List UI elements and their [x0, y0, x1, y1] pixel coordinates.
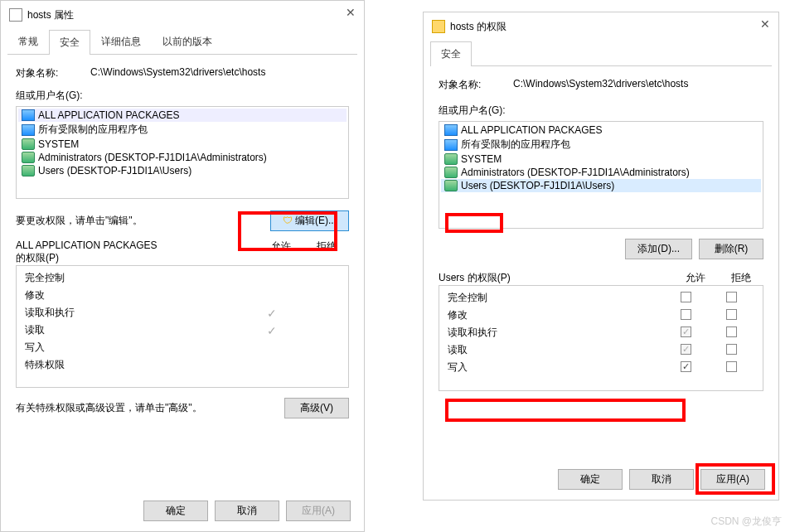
ok-button[interactable]: 确定	[558, 469, 623, 490]
shield-icon: 🛡	[283, 215, 293, 226]
deny-checkbox[interactable]	[726, 309, 737, 320]
check-icon: ✓	[249, 324, 294, 337]
group-list[interactable]: ALL APPLICATION PACKAGES 所有受限制的应用程序包 SYS…	[16, 106, 349, 199]
permission-list: 完全控制 修改 读取和执行✓ 读取✓ 写入 特殊权限	[16, 265, 349, 388]
tab-strip: 安全	[430, 41, 772, 66]
tab-details[interactable]: 详细信息	[90, 29, 152, 54]
perm-of: 的权限(P)	[16, 251, 258, 265]
tab-strip: 常规 安全 详细信息 以前的版本	[7, 29, 357, 55]
perm-title: ALL APPLICATION PACKAGES	[16, 239, 258, 251]
package-icon	[444, 124, 458, 136]
watermark: CSDN @龙俊亨	[710, 515, 782, 529]
titlebar[interactable]: hosts 属性 ✕	[1, 1, 364, 29]
apply-button[interactable]: 应用(A)	[700, 469, 765, 490]
tab-security[interactable]: 安全	[49, 30, 90, 55]
deny-checkbox[interactable]	[726, 344, 737, 355]
remove-button[interactable]: 删除(R)	[699, 239, 763, 259]
dialog-buttons: 确定 取消 应用(A)	[143, 501, 351, 521]
advanced-hint: 有关特殊权限或高级设置，请单击"高级"。	[16, 401, 284, 415]
allow-header: 允许	[672, 271, 718, 285]
allow-checkbox[interactable]	[681, 326, 691, 337]
object-path: C:\Windows\System32\drivers\etc\hosts	[90, 66, 265, 80]
list-item[interactable]: SYSTEM	[441, 152, 761, 166]
advanced-button[interactable]: 高级(V)	[284, 398, 349, 418]
list-item[interactable]: ALL APPLICATION PACKAGES	[441, 123, 761, 137]
ok-button[interactable]: 确定	[143, 501, 208, 521]
deny-header: 拒绝	[718, 271, 763, 285]
cancel-button[interactable]: 取消	[629, 469, 694, 490]
users-icon	[444, 180, 458, 191]
perm-title: Users 的权限(P)	[439, 271, 672, 285]
allow-checkbox[interactable]	[681, 361, 691, 372]
deny-checkbox[interactable]	[726, 326, 737, 337]
file-icon	[9, 8, 22, 22]
add-button[interactable]: 添加(D)...	[625, 239, 692, 259]
users-icon	[22, 165, 35, 177]
object-label: 对象名称:	[439, 78, 513, 92]
content: 对象名称: C:\Windows\System32\drivers\etc\ho…	[1, 55, 364, 430]
users-icon	[22, 152, 35, 163]
deny-header: 拒绝	[303, 239, 349, 265]
properties-window: hosts 属性 ✕ 常规 安全 详细信息 以前的版本 对象名称: C:\Win…	[0, 0, 365, 532]
list-item[interactable]: ALL APPLICATION PACKAGES	[18, 109, 347, 122]
allow-checkbox[interactable]	[681, 292, 691, 302]
list-item[interactable]: Administrators (DESKTOP-FJ1DI1A\Administ…	[441, 166, 761, 179]
group-label: 组或用户名(G):	[16, 89, 349, 103]
apply-button[interactable]: 应用(A)	[286, 501, 351, 521]
titlebar[interactable]: hosts 的权限 ✕	[424, 12, 778, 41]
tab-general[interactable]: 常规	[7, 29, 49, 54]
edit-hint: 要更改权限，请单击"编辑"。	[16, 214, 270, 228]
package-icon	[444, 139, 458, 151]
allow-header: 允许	[258, 239, 303, 265]
permission-list: 完全控制 修改 读取和执行 读取 写入	[439, 285, 763, 391]
cancel-button[interactable]: 取消	[215, 501, 279, 521]
permissions-window: hosts 的权限 ✕ 安全 对象名称: C:\Windows\System32…	[423, 12, 779, 501]
close-icon[interactable]: ✕	[346, 6, 356, 19]
tab-previous[interactable]: 以前的版本	[152, 29, 223, 54]
list-item[interactable]: 所有受限制的应用程序包	[18, 122, 347, 138]
check-icon: ✓	[249, 307, 294, 320]
list-item-users[interactable]: Users (DESKTOP-FJ1DI1A\Users)	[441, 179, 761, 192]
content: 对象名称: C:\Windows\System32\drivers\etc\ho…	[424, 66, 778, 403]
window-title: hosts 的权限	[450, 20, 506, 34]
users-icon	[444, 153, 458, 165]
dialog-buttons: 确定 取消 应用(A)	[558, 469, 765, 490]
tab-security[interactable]: 安全	[430, 41, 472, 66]
package-icon	[22, 109, 35, 121]
list-item[interactable]: Administrators (DESKTOP-FJ1DI1A\Administ…	[18, 151, 347, 164]
window-title: hosts 属性	[27, 8, 74, 22]
object-path: C:\Windows\System32\drivers\etc\hosts	[513, 78, 688, 92]
list-item[interactable]: SYSTEM	[18, 138, 347, 151]
deny-checkbox[interactable]	[726, 292, 737, 302]
list-item[interactable]: 所有受限制的应用程序包	[441, 137, 761, 152]
folder-icon	[432, 20, 445, 33]
group-label: 组或用户名(G):	[439, 104, 763, 118]
list-item[interactable]: Users (DESKTOP-FJ1DI1A\Users)	[18, 164, 347, 177]
users-icon	[444, 167, 458, 178]
allow-checkbox[interactable]	[681, 344, 691, 355]
group-list[interactable]: ALL APPLICATION PACKAGES 所有受限制的应用程序包 SYS…	[439, 121, 763, 229]
allow-checkbox[interactable]	[681, 309, 691, 320]
object-label: 对象名称:	[16, 66, 90, 80]
package-icon	[22, 124, 35, 136]
users-icon	[22, 138, 35, 150]
close-icon[interactable]: ✕	[760, 17, 770, 31]
deny-checkbox[interactable]	[726, 361, 737, 372]
edit-button[interactable]: 🛡 编辑(E)...	[270, 210, 349, 231]
